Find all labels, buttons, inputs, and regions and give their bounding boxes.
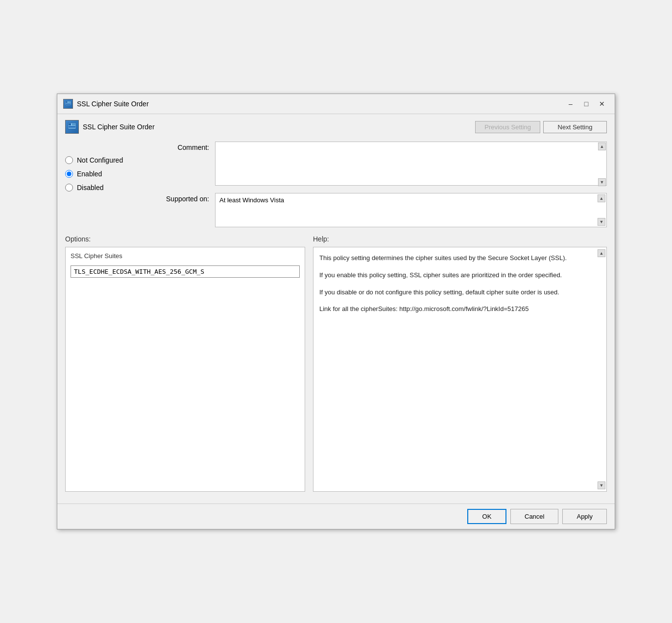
help-scroll-down[interactable]: ▼ — [598, 481, 605, 489]
enabled-label: Enabled — [77, 170, 102, 178]
help-text: This policy setting determines the ciphe… — [319, 253, 600, 314]
svg-rect-2 — [68, 101, 71, 103]
right-section: Comment: ▲ ▼ Supported on: At least Wind… — [155, 142, 607, 227]
dialog-header: SSL Cipher Suite Order — [65, 120, 155, 134]
supported-scroll-down[interactable]: ▼ — [598, 218, 605, 226]
minimize-button[interactable]: – — [564, 98, 577, 110]
window-icon — [63, 99, 73, 109]
main-window: SSL Cipher Suite Order – □ ✕ SSL Cipher — [57, 94, 615, 529]
svg-rect-3 — [66, 103, 71, 105]
not-configured-option[interactable]: Not Configured — [65, 156, 144, 164]
title-bar: SSL Cipher Suite Order – □ ✕ — [57, 94, 615, 114]
svg-rect-5 — [69, 123, 71, 125]
enabled-radio[interactable] — [65, 170, 73, 178]
comment-field-container: ▲ ▼ — [215, 142, 607, 187]
not-configured-label: Not Configured — [77, 156, 123, 164]
svg-rect-6 — [72, 123, 75, 125]
cipher-suites-title: SSL Cipher Suites — [71, 252, 300, 260]
maximize-button[interactable]: □ — [579, 98, 593, 110]
supported-scroll-arrows: ▲ ▼ — [598, 193, 605, 227]
help-p2: If you enable this policy setting, SSL c… — [319, 270, 600, 281]
main-panels: SSL Cipher Suites This policy setting de… — [65, 247, 607, 492]
disabled-option[interactable]: Disabled — [65, 184, 144, 192]
supported-box: At least Windows Vista ▲ ▼ — [215, 193, 607, 227]
disabled-radio[interactable] — [65, 184, 73, 192]
window-title: SSL Cipher Suite Order — [77, 100, 149, 108]
help-label: Help: — [313, 235, 329, 243]
help-scroll-up[interactable]: ▲ — [598, 249, 605, 257]
title-bar-left: SSL Cipher Suite Order — [63, 99, 149, 109]
ok-button[interactable]: OK — [467, 509, 506, 524]
top-section: Not Configured Enabled Disabled Comment: — [65, 142, 607, 227]
comment-scroll-down[interactable]: ▼ — [598, 178, 606, 186]
not-configured-radio[interactable] — [65, 156, 73, 164]
supported-label: Supported on: — [155, 193, 209, 203]
cancel-button[interactable]: Cancel — [510, 509, 558, 524]
dialog-title: SSL Cipher Suite Order — [83, 123, 155, 131]
help-p4: Link for all the cipherSuites: http://go… — [319, 304, 600, 314]
apply-button[interactable]: Apply — [562, 509, 607, 524]
close-button[interactable]: ✕ — [595, 98, 609, 110]
help-scroll-arrows: ▲ ▼ — [598, 248, 605, 490]
options-label: Options: — [65, 235, 305, 243]
supported-value: At least Windows Vista — [219, 196, 284, 204]
content-area: SSL Cipher Suite Order Previous Setting … — [57, 114, 615, 503]
next-setting-button[interactable]: Next Setting — [543, 121, 607, 133]
comment-textarea[interactable] — [215, 142, 607, 186]
radio-group: Not Configured Enabled Disabled — [65, 142, 144, 227]
sections-labels: Options: Help: — [65, 235, 607, 243]
nav-buttons: Previous Setting Next Setting — [475, 121, 607, 133]
help-p1: This policy setting determines the ciphe… — [319, 253, 600, 264]
comment-scroll-up[interactable]: ▲ — [598, 143, 606, 150]
help-panel: This policy setting determines the ciphe… — [313, 247, 607, 492]
header-row: SSL Cipher Suite Order Previous Setting … — [65, 120, 607, 134]
comment-row: Comment: ▲ ▼ — [155, 142, 607, 187]
footer: OK Cancel Apply — [57, 503, 615, 529]
previous-setting-button[interactable]: Previous Setting — [475, 121, 540, 133]
svg-rect-7 — [69, 126, 75, 128]
supported-row: Supported on: At least Windows Vista ▲ ▼ — [155, 193, 607, 227]
enabled-option[interactable]: Enabled — [65, 170, 144, 178]
help-p3: If you disable or do not configure this … — [319, 288, 600, 298]
svg-rect-1 — [66, 101, 68, 103]
supported-scroll-up[interactable]: ▲ — [598, 194, 605, 202]
comment-scroll-arrows: ▲ ▼ — [598, 143, 606, 186]
cipher-suites-input[interactable] — [71, 265, 300, 278]
options-panel: SSL Cipher Suites — [65, 247, 305, 492]
dialog-icon — [65, 120, 79, 134]
title-bar-controls: – □ ✕ — [564, 98, 609, 110]
disabled-label: Disabled — [77, 184, 103, 192]
comment-label: Comment: — [155, 142, 209, 151]
